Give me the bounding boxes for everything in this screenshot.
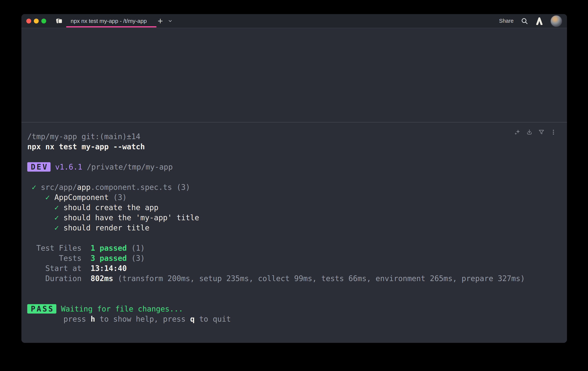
duration-value: 802ms [91, 274, 113, 283]
zoom-window-button[interactable] [41, 19, 46, 23]
summary-value: 3 passed [91, 254, 127, 262]
prompt-path: /tmp/my-app git:(main)±14 [27, 132, 140, 141]
terminal-line: ✓ AppComponent (3) [27, 192, 561, 202]
scrollback-area [21, 28, 567, 122]
terminal-line: /tmp/my-app git:(main)±14 [27, 131, 561, 142]
traffic-lights [21, 19, 51, 23]
new-tab-button[interactable]: + [158, 17, 163, 26]
check-icon: ✓ [27, 223, 63, 232]
terminal-line: Tests 3 passed (3) [27, 253, 561, 263]
terminal-line: press h to show help, press q to quit [27, 314, 561, 324]
test-name: should create the app [63, 203, 158, 212]
test-name: should render title [63, 223, 149, 232]
terminal-line: ✓ src/app/app.component.spec.ts (3) [27, 182, 561, 192]
summary-label: Duration [27, 274, 91, 283]
sparkles-icon[interactable] [514, 129, 521, 135]
start-time: 13:14:40 [91, 264, 127, 273]
block-toolbar [514, 129, 557, 135]
check-icon: ✓ [27, 203, 63, 212]
pass-badge: PASS [27, 304, 56, 314]
tab-active[interactable]: npx nx test my-app - /t/my-app [56, 14, 148, 28]
terminal-line [27, 233, 561, 243]
terminal-line: Start at 13:14:40 [27, 263, 561, 273]
file-name: app [77, 183, 91, 192]
terminal-line: ✓ should create the app [27, 202, 561, 213]
summary-label: Test Files [27, 244, 91, 252]
summary-label: Tests [27, 254, 91, 262]
chevron-down-icon[interactable] [168, 19, 173, 23]
search-icon[interactable] [521, 17, 528, 25]
duration-breakdown: (transform 200ms, setup 235ms, collect 9… [113, 274, 525, 283]
avatar[interactable] [550, 15, 562, 27]
warp-logo-icon[interactable] [536, 17, 543, 25]
summary-value: 1 passed [91, 244, 127, 252]
key-h: h [91, 315, 95, 323]
project-path: /private/tmp/my-app [82, 163, 173, 171]
check-icon: ✓ [27, 213, 63, 222]
terminal-line: Duration 802ms (transform 200ms, setup 2… [27, 273, 561, 284]
command-block: /tmp/my-app git:(main)±14npx nx test my-… [21, 122, 567, 343]
help-hint: to quit [195, 315, 231, 323]
suite-name: AppComponent [54, 193, 109, 202]
tab-title: npx nx test my-app - /t/my-app [70, 14, 148, 28]
terminal-line: ✓ should have the 'my-app' title [27, 213, 561, 223]
terminal-window: npx nx test my-app - /t/my-app + Share [21, 14, 567, 343]
vitest-version: v1.6.1 [51, 163, 82, 171]
filter-icon[interactable] [538, 129, 545, 135]
terminal-line [27, 294, 561, 304]
summary-total: (1) [127, 244, 145, 252]
key-q: q [190, 315, 195, 323]
terminal-line: DEV v1.6.1 /private/tmp/my-app [27, 162, 561, 172]
file-ext: .component.spec.ts [91, 183, 172, 192]
terminal-line: npx nx test my-app --watch [27, 142, 561, 152]
download-icon[interactable] [526, 129, 533, 135]
check-icon: ✓ [27, 193, 54, 202]
command-text: npx nx test my-app --watch [27, 142, 145, 151]
dev-badge: DEV [27, 162, 51, 172]
terminal-line: ✓ should render title [27, 223, 561, 233]
summary-total: (3) [127, 254, 145, 262]
terminal-line [27, 284, 561, 294]
terminal-line: PASS Waiting for file changes... [27, 304, 561, 314]
close-window-button[interactable] [26, 19, 31, 23]
file-dir: src/app/ [41, 183, 77, 192]
title-bar: npx nx test my-app - /t/my-app + Share [21, 14, 567, 28]
test-name: should have the 'my-app' title [63, 213, 199, 222]
check-icon: ✓ [27, 183, 41, 192]
kebab-menu-icon[interactable] [550, 129, 557, 135]
terminal-line [27, 152, 561, 162]
help-hint: to show help, press [95, 315, 190, 323]
terminal-output: /tmp/my-app git:(main)±14npx nx test my-… [21, 123, 567, 324]
terminal-line [27, 172, 561, 182]
minimize-window-button[interactable] [34, 19, 39, 23]
pages-icon [56, 17, 63, 25]
help-hint: press [27, 315, 91, 323]
terminal-line: Test Files 1 passed (1) [27, 243, 561, 253]
test-count: (3) [172, 183, 190, 192]
test-count: (3) [109, 193, 127, 202]
summary-label: Start at [27, 264, 91, 273]
share-button[interactable]: Share [499, 18, 514, 24]
status-message: Waiting for file changes... [56, 305, 183, 313]
